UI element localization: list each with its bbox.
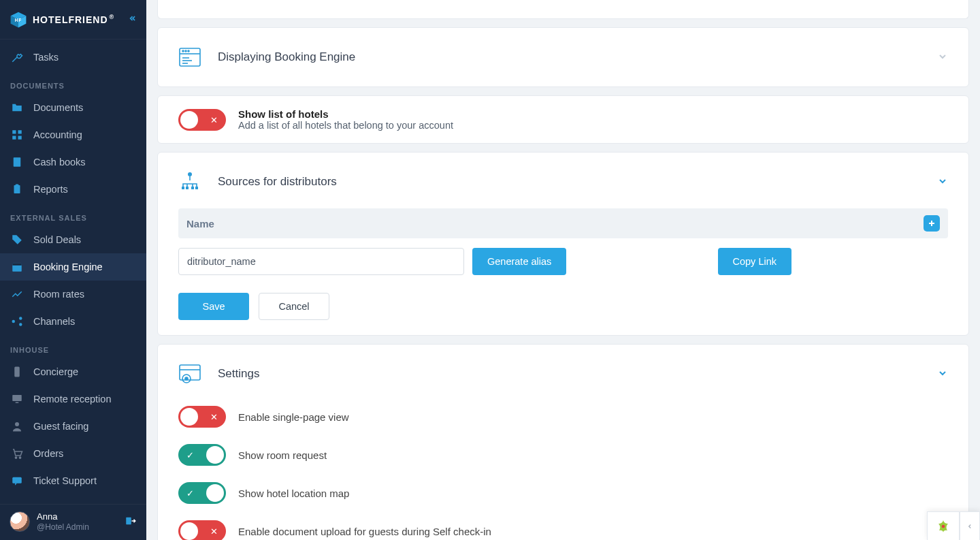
sidebar-item-reports[interactable]: Reports	[0, 176, 146, 203]
sidebar-item-orders[interactable]: Orders	[0, 440, 146, 467]
hierarchy-icon	[178, 170, 201, 193]
panel-title: Displaying Booking Engine	[218, 50, 921, 64]
nav-section-inhouse: INHOUSE	[0, 335, 146, 358]
svg-rect-35	[186, 187, 189, 189]
copy-link-button[interactable]: Copy Link	[718, 248, 791, 275]
nav-label: Orders	[33, 448, 63, 459]
nav-label: Room rates	[33, 289, 84, 300]
save-button[interactable]: Save	[178, 293, 249, 320]
svg-rect-12	[12, 264, 22, 266]
clipboard-icon	[10, 182, 24, 196]
generate-alias-button[interactable]: Generate alias	[472, 248, 566, 275]
sidebar-item-ticket-support[interactable]: Ticket Support	[0, 467, 146, 494]
svg-rect-4	[12, 130, 16, 133]
help-widget-button[interactable]	[927, 511, 960, 540]
distributor-name-input[interactable]	[178, 248, 464, 275]
toggle-desc: Add a list of all hotels that belong to …	[238, 120, 453, 131]
sidebar-item-tasks[interactable]: Tasks	[0, 44, 146, 71]
svg-rect-37	[195, 187, 198, 189]
user-name: Anna	[37, 511, 118, 522]
toggle-room-request[interactable]: ✓	[178, 444, 226, 466]
toggle-doc-upload[interactable]: ✕	[178, 520, 226, 540]
sidebar-item-remote-reception[interactable]: Remote reception	[0, 385, 146, 413]
svg-point-21	[19, 457, 20, 458]
widget-tray	[927, 511, 980, 540]
panel-top-sliver	[157, 0, 969, 19]
sidebar-item-booking-engine[interactable]: Booking Engine	[0, 253, 146, 281]
browser-gear-icon	[178, 362, 201, 385]
toggle-label: Show room request	[238, 449, 327, 461]
sidebar-scroll[interactable]: Tasks DOCUMENTS Documents Accounting Cas…	[0, 39, 146, 504]
toggle-single-page[interactable]: ✕	[178, 406, 226, 428]
toggle-row-doc-upload: ✕ Enable document upload for guests duri…	[178, 512, 948, 540]
add-distributor-button[interactable]	[924, 215, 940, 232]
nav-label: Tasks	[33, 52, 59, 63]
nav-section-external-sales: EXTERNAL SALES	[0, 203, 146, 226]
widget-expand-button[interactable]	[960, 511, 980, 540]
svg-rect-6	[12, 136, 16, 140]
svg-rect-18	[16, 402, 19, 404]
sidebar-item-accounting[interactable]: Accounting	[0, 121, 146, 148]
phone-icon	[10, 365, 24, 379]
sidebar-item-channels[interactable]: Channels	[0, 308, 146, 335]
cube-icon: HF	[10, 11, 27, 29]
x-icon: ✕	[210, 114, 218, 125]
sidebar-item-concierge[interactable]: Concierge	[0, 358, 146, 385]
nav-label: Reports	[33, 184, 68, 195]
desktop-icon	[10, 392, 24, 406]
svg-point-15	[19, 323, 22, 326]
cancel-button[interactable]: Cancel	[259, 293, 329, 320]
chevron-down-icon	[937, 51, 948, 64]
toggle-show-hotels[interactable]: ✕	[178, 109, 226, 131]
panel-displaying-header[interactable]: Displaying Booking Engine	[158, 28, 968, 86]
book-icon	[10, 155, 24, 169]
grid-icon	[10, 128, 24, 142]
sidebar-collapse-button[interactable]	[127, 14, 137, 25]
nav-label: Cash books	[33, 157, 86, 168]
calendar-gear-icon	[10, 260, 24, 274]
nav-label: Booking Engine	[33, 261, 103, 272]
toggle-row-room-request: ✓ Show room request	[178, 436, 948, 474]
brand-name: HOTELFRIEND	[33, 14, 108, 25]
chevron-down-icon	[937, 176, 948, 189]
sidebar-item-cashbooks[interactable]: Cash books	[0, 148, 146, 176]
sidebar-item-guest-facing[interactable]: Guest facing	[0, 413, 146, 440]
avatar[interactable]	[10, 511, 30, 532]
sidebar-item-sold-deals[interactable]: Sold Deals	[0, 226, 146, 253]
nav-section-documents: DOCUMENTS	[0, 71, 146, 94]
svg-rect-22	[12, 477, 22, 483]
check-icon: ✓	[186, 450, 194, 460]
nav-label: Documents	[33, 102, 83, 113]
nav-label: Concierge	[33, 366, 78, 377]
brand-logo: HF HOTELFRIEND®	[10, 11, 114, 29]
toggle-row-show-hotels: ✕ Show list of hotels Add a list of all …	[158, 96, 968, 143]
browser-window-icon	[178, 46, 201, 69]
svg-point-20	[15, 457, 16, 458]
svg-point-13	[12, 320, 16, 323]
svg-rect-16	[14, 367, 20, 377]
panel-distributors-header[interactable]: Sources for distributors	[158, 153, 968, 206]
svg-point-14	[19, 317, 22, 320]
svg-point-19	[15, 422, 19, 426]
distributor-strip: Name	[178, 208, 948, 238]
tag-icon	[10, 233, 24, 247]
chat-icon	[10, 474, 24, 488]
sidebar-item-room-rates[interactable]: Room rates	[0, 281, 146, 308]
cart-icon	[10, 447, 24, 460]
svg-point-29	[188, 50, 189, 52]
action-row: Save Cancel	[178, 293, 948, 320]
panel-settings-header[interactable]: Settings	[158, 345, 968, 398]
sidebar-item-documents[interactable]: Documents	[0, 94, 146, 121]
chevron-down-icon	[937, 368, 948, 381]
toggle-title: Show list of hotels	[238, 108, 453, 120]
toggle-location-map[interactable]: ✓	[178, 482, 226, 504]
panel-title: Settings	[218, 367, 921, 381]
main-content[interactable]: Displaying Booking Engine ✕ Show list of…	[146, 0, 980, 540]
svg-rect-7	[18, 136, 22, 140]
svg-point-33	[188, 172, 192, 176]
svg-rect-34	[182, 187, 184, 189]
svg-point-43	[185, 377, 188, 380]
logout-button[interactable]	[125, 515, 137, 529]
sidebar: HF HOTELFRIEND® Tasks DOCUMENTS Document…	[0, 0, 146, 540]
nav-label: Guest facing	[33, 421, 88, 432]
